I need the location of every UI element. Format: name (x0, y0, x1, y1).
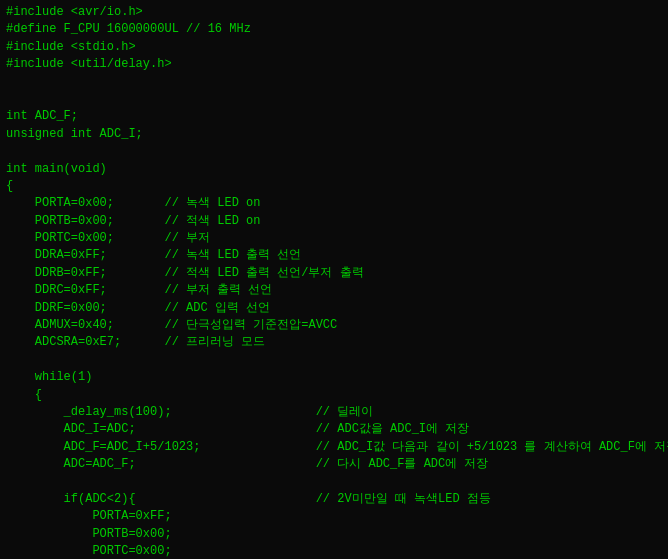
code-editor: #include <avr/io.h>#define F_CPU 1600000… (0, 0, 668, 559)
code-line-3: #include <stdio.h> (6, 39, 662, 56)
code-line-5 (6, 74, 662, 91)
code-line-10: int main(void) (6, 161, 662, 178)
code-line-11: { (6, 178, 662, 195)
code-line-4: #include <util/delay.h> (6, 56, 662, 73)
code-line-25: ADC_I=ADC; // ADC값을 ADC_I에 저장 (6, 421, 662, 438)
code-line-28 (6, 474, 662, 491)
code-line-30: PORTA=0xFF; (6, 508, 662, 525)
code-line-26: ADC_F=ADC_I+5/1023; // ADC_I값 다음과 같이 +5/… (6, 439, 662, 456)
code-line-19: ADMUX=0x40; // 단극성입력 기준전압=AVCC (6, 317, 662, 334)
code-line-17: DDRC=0xFF; // 부저 출력 선언 (6, 282, 662, 299)
code-line-20: ADCSRA=0xE7; // 프리러닝 모드 (6, 334, 662, 351)
code-line-12: PORTA=0x00; // 녹색 LED on (6, 195, 662, 212)
code-line-31: PORTB=0x00; (6, 526, 662, 543)
code-line-14: PORTC=0x00; // 부저 (6, 230, 662, 247)
code-line-7: int ADC_F; (6, 108, 662, 125)
code-line-9 (6, 143, 662, 160)
code-line-29: if(ADC<2){ // 2V미만일 때 녹색LED 점등 (6, 491, 662, 508)
code-line-21 (6, 352, 662, 369)
code-line-1: #include <avr/io.h> (6, 4, 662, 21)
code-line-27: ADC=ADC_F; // 다시 ADC_F를 ADC에 저장 (6, 456, 662, 473)
code-line-18: DDRF=0x00; // ADC 입력 선언 (6, 300, 662, 317)
code-line-32: PORTC=0x00; (6, 543, 662, 559)
code-line-13: PORTB=0x00; // 적색 LED on (6, 213, 662, 230)
code-line-2: #define F_CPU 16000000UL // 16 MHz (6, 21, 662, 38)
code-line-16: DDRB=0xFF; // 적색 LED 출력 선언/부저 출력 (6, 265, 662, 282)
code-line-22: while(1) (6, 369, 662, 386)
code-line-15: DDRA=0xFF; // 녹색 LED 출력 선언 (6, 247, 662, 264)
code-line-8: unsigned int ADC_I; (6, 126, 662, 143)
code-line-23: { (6, 387, 662, 404)
code-line-24: _delay_ms(100); // 딜레이 (6, 404, 662, 421)
code-line-6 (6, 91, 662, 108)
